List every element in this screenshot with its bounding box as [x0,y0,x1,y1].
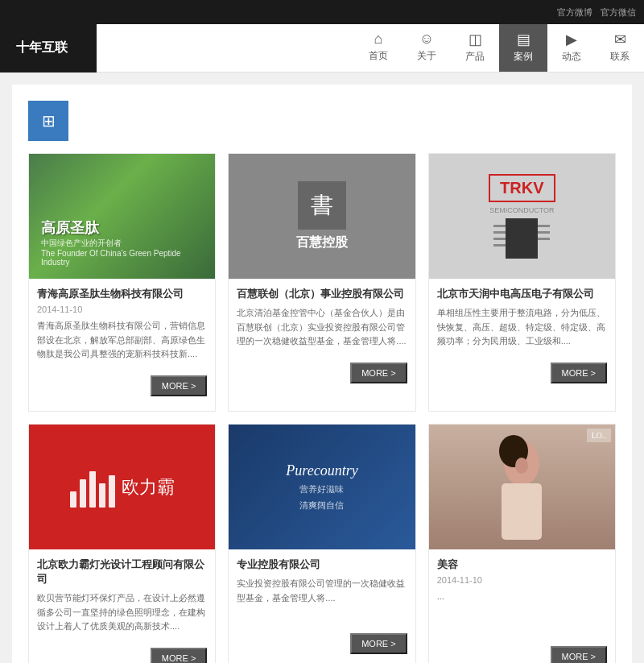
card-more-btn-1[interactable]: MORE > [151,375,207,396]
cases-grid: 高原圣肽 中国绿色产业的开创者 The Founder Of China's G… [28,153,616,663]
card-title-5: 专业控股有限公司 [237,557,407,572]
header-bar: 官方微博 官方微信 [0,0,644,24]
card-desc-5: 实业投资控股有限公司管理的一次稳健收益型基金，基金管理人将.... [237,577,407,619]
card-title-2: 百慧联创（北京）事业控股有限公司 [237,287,407,301]
bar-1 [70,491,76,508]
card-desc-1: 青海高原圣肽生物科技有限公司，营销信息部设在北京，解放军总部副部、高原绿色生物肽… [37,319,207,361]
nav-cases-label: 案例 [514,50,533,64]
card-desc-6: ... [437,590,607,632]
nav-products[interactable]: ◫ 产品 [451,24,499,72]
nav-contact-label: 联系 [610,50,630,64]
card-title-4: 北京欧力霸灯光设计工程顾问有限公司 [37,557,207,586]
card-footer-1: MORE > [29,369,215,411]
card-footer-6: MORE > [429,640,615,663]
nav-products-label: 产品 [465,50,485,64]
trkv-logo: TRKV [489,174,555,202]
nav-news-label: 动态 [562,50,581,64]
about-icon: ☺ [419,31,434,48]
card-date-1: 2014-11-10 [37,305,207,314]
contact-icon: ✉ [614,31,626,48]
card-footer-3: MORE > [429,356,615,398]
card-more-btn-4[interactable]: MORE > [151,648,207,663]
card-title-3: 北京市天润中电高压电子有限公司 [437,287,607,301]
beauty-person [429,425,615,549]
card-img-3: TRKV SEMICONDUCTOR [429,154,615,279]
card-desc-4: 欧贝营节能灯环保灯产品，在设计上必然遵循多公司一直坚持的绿色照明理念，在建构设计… [37,591,207,633]
weibo-link[interactable]: 官方微博 [557,6,592,19]
card-footer-4: MORE > [29,641,215,663]
card-desc-3: 单相组压性主要用于整流电路，分为低压、快恢复、高压、超级、特定级、特定级、高频功… [437,306,607,348]
news-icon: ▶ [566,31,577,48]
card-title-6: 美容 [437,557,607,572]
grid-icon: ⊞ [42,111,56,131]
products-icon: ◫ [469,31,482,48]
card-desc-2: 北京清泊基金控管中心（基金合伙人）是由百慧联创（北京）实业投资控股有限公司管理的… [237,306,407,348]
trkv-visual: TRKV SEMICONDUCTOR [489,174,555,259]
bar-5 [109,475,115,508]
card-img-2: 書 百慧控股 [229,154,415,279]
card-footer-5: MORE > [229,627,415,663]
pure-brand: Purecountry [286,462,357,479]
bars-visual [70,467,115,508]
card-img-5: Purecountry 营养好滋味 清爽阔自信 [229,425,415,549]
card-body-3: 北京市天润中电高压电子有限公司 单相组压性主要用于整流电路，分为低压、快恢复、高… [429,279,615,356]
nav-contact[interactable]: ✉ 联系 [596,24,644,72]
card-body-6: 美容 2014-11-10 ... [429,549,615,640]
baihui-logo: 書 百慧控股 [296,181,348,251]
pure-sub2: 清爽阔自信 [299,499,344,512]
semi-chip [506,218,538,259]
nav-home[interactable]: ⌂ 首页 [354,24,402,72]
trkv-sub: SEMICONDUCTOR [489,206,554,214]
card-img-1-en: The Founder Of China's Green Peptide Ind… [41,249,203,267]
case-card-2: 書 百慧控股 百慧联创（北京）事业控股有限公司 北京清泊基金控管中心（基金合伙人… [228,153,415,412]
card-body-1: 青海高原圣肽生物科技有限公司 2014-11-10 青海高原圣肽生物科技有限公司… [29,279,215,369]
card-date-6: 2014-11-10 [437,575,607,585]
card-img-6: LO.. [429,425,615,549]
baihui-icon: 書 [298,181,346,230]
svg-rect-2 [502,483,542,540]
case-card-5: Purecountry 营养好滋味 清爽阔自信 专业控股有限公司 实业投资控股有… [228,424,415,663]
case-card-3: TRKV SEMICONDUCTOR 北京市天润中电高压电子有限公司 单相组压性… [428,153,616,412]
card-body-2: 百慧联创（北京）事业控股有限公司 北京清泊基金控管中心（基金合伙人）是由百慧联创… [229,279,415,356]
baihui-text: 百慧控股 [296,234,348,251]
case-card-6: LO.. 美容 2014-11-10 ... MORE > [428,424,616,663]
card-img-1: 高原圣肽 中国绿色产业的开创者 The Founder Of China's G… [29,154,215,279]
svg-point-3 [515,458,528,474]
nav-about[interactable]: ☺ 关于 [402,24,451,72]
case-card-1: 高原圣肽 中国绿色产业的开创者 The Founder Of China's G… [28,153,216,412]
nav-about-label: 关于 [417,49,436,63]
navbar: 十年互联 ⌂ 首页 ☺ 关于 ◫ 产品 ▤ 案例 ▶ 动态 ✉ 联系 [0,24,644,73]
ouly-text: 欧力霸 [122,475,175,499]
cases-wrapper: ⊞ 高原圣肽 中国绿色产业的开创者 The Founder Of China's… [12,85,632,663]
home-icon: ⌂ [374,31,383,48]
card-more-btn-5[interactable]: MORE > [350,633,407,654]
case-card-4: 欧力霸 北京欧力霸灯光设计工程顾问有限公司 欧贝营节能灯环保灯产品，在设计上必然… [28,424,216,663]
beauty-logo-overlay: LO.. [587,429,611,442]
main-content: ⊞ 高原圣肽 中国绿色产业的开创者 The Founder Of China's… [0,73,644,663]
nav-cases[interactable]: ▤ 案例 [499,24,547,72]
wechat-link[interactable]: 官方微信 [601,6,636,19]
card-more-btn-2[interactable]: MORE > [350,363,407,383]
bar-2 [80,479,86,508]
nav-home-label: 首页 [369,49,388,63]
header-links: 官方微博 官方微信 [557,6,636,19]
card-img-4: 欧力霸 [29,425,215,549]
card-body-5: 专业控股有限公司 实业投资控股有限公司管理的一次稳健收益型基金，基金管理人将..… [229,549,415,627]
pure-sub: 营养好滋味 [299,483,344,495]
cases-icon: ▤ [517,31,530,48]
nav-news[interactable]: ▶ 动态 [547,24,596,72]
bar-3 [89,471,96,508]
card-title-1: 青海高原圣肽生物科技有限公司 [37,287,207,301]
site-logo[interactable]: 十年互联 [0,24,97,73]
card-more-btn-6[interactable]: MORE > [551,646,607,663]
card-img-1-subtitle: 中国绿色产业的开创者 [41,238,122,249]
section-header-icon: ⊞ [28,101,68,141]
card-footer-2: MORE > [229,356,415,398]
bar-4 [99,483,105,508]
card-body-4: 北京欧力霸灯光设计工程顾问有限公司 欧贝营节能灯环保灯产品，在设计上必然遵循多公… [29,549,215,641]
card-img-1-title: 高原圣肽 [41,218,99,238]
nav-items: ⌂ 首页 ☺ 关于 ◫ 产品 ▤ 案例 ▶ 动态 ✉ 联系 [354,24,644,72]
card-more-btn-3[interactable]: MORE > [551,363,607,383]
